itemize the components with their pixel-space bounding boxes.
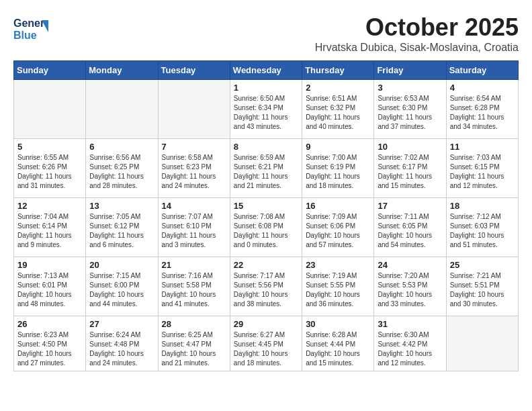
calendar-cell: 31Sunrise: 6:30 AM Sunset: 4:42 PM Dayli… (374, 316, 446, 371)
day-number: 6 (89, 142, 154, 152)
day-info: Sunrise: 6:50 AM Sunset: 6:34 PM Dayligh… (234, 94, 298, 132)
day-number: 17 (378, 201, 442, 211)
day-info: Sunrise: 7:21 AM Sunset: 5:51 PM Dayligh… (450, 271, 515, 309)
calendar-cell: 6Sunrise: 6:56 AM Sunset: 6:25 PM Daylig… (86, 139, 158, 198)
day-number: 13 (89, 201, 154, 211)
calendar-cell: 28Sunrise: 6:25 AM Sunset: 4:47 PM Dayli… (158, 316, 230, 371)
day-info: Sunrise: 7:17 AM Sunset: 5:56 PM Dayligh… (234, 271, 298, 309)
calendar-week-2: 5Sunrise: 6:55 AM Sunset: 6:26 PM Daylig… (14, 139, 519, 198)
title-block: October 2025 Hrvatska Dubica, Sisak-Mosl… (315, 13, 519, 54)
calendar-cell: 7Sunrise: 6:58 AM Sunset: 6:23 PM Daylig… (158, 139, 230, 198)
calendar-cell: 17Sunrise: 7:11 AM Sunset: 6:05 PM Dayli… (374, 198, 446, 257)
calendar-cell: 20Sunrise: 7:15 AM Sunset: 6:00 PM Dayli… (86, 257, 158, 316)
day-info: Sunrise: 7:00 AM Sunset: 6:19 PM Dayligh… (306, 153, 370, 191)
weekday-header-friday: Friday (374, 61, 446, 80)
calendar-cell (14, 80, 86, 139)
day-number: 30 (306, 319, 370, 329)
day-info: Sunrise: 6:55 AM Sunset: 6:26 PM Dayligh… (17, 153, 82, 191)
calendar-cell: 13Sunrise: 7:05 AM Sunset: 6:12 PM Dayli… (86, 198, 158, 257)
location-title: Hrvatska Dubica, Sisak-Moslavina, Croati… (315, 42, 519, 54)
day-info: Sunrise: 7:19 AM Sunset: 5:55 PM Dayligh… (306, 271, 370, 309)
day-info: Sunrise: 7:13 AM Sunset: 6:01 PM Dayligh… (17, 271, 82, 309)
day-info: Sunrise: 7:20 AM Sunset: 5:53 PM Dayligh… (378, 271, 442, 309)
day-number: 11 (450, 142, 515, 152)
weekday-header-wednesday: Wednesday (230, 61, 302, 80)
day-number: 8 (234, 142, 298, 152)
day-number: 24 (378, 260, 442, 270)
logo-icon: General Blue (13, 13, 48, 43)
day-info: Sunrise: 7:15 AM Sunset: 6:00 PM Dayligh… (89, 271, 154, 309)
calendar-cell: 5Sunrise: 6:55 AM Sunset: 6:26 PM Daylig… (14, 139, 86, 198)
logo: General Blue (13, 13, 50, 43)
calendar-cell: 26Sunrise: 6:23 AM Sunset: 4:50 PM Dayli… (14, 316, 86, 371)
day-number: 22 (234, 260, 298, 270)
calendar-cell (86, 80, 158, 139)
calendar-cell: 11Sunrise: 7:03 AM Sunset: 6:15 PM Dayli… (446, 139, 518, 198)
calendar-table: SundayMondayTuesdayWednesdayThursdayFrid… (13, 60, 519, 371)
calendar-cell: 18Sunrise: 7:12 AM Sunset: 6:03 PM Dayli… (446, 198, 518, 257)
day-number: 14 (162, 201, 226, 211)
day-number: 10 (378, 142, 442, 152)
calendar-cell: 8Sunrise: 6:59 AM Sunset: 6:21 PM Daylig… (230, 139, 302, 198)
day-number: 15 (234, 201, 298, 211)
calendar-cell: 9Sunrise: 7:00 AM Sunset: 6:19 PM Daylig… (302, 139, 374, 198)
day-info: Sunrise: 7:05 AM Sunset: 6:12 PM Dayligh… (89, 212, 154, 250)
day-number: 3 (378, 83, 442, 93)
weekday-header-saturday: Saturday (446, 61, 518, 80)
weekday-header-thursday: Thursday (302, 61, 374, 80)
calendar-week-4: 19Sunrise: 7:13 AM Sunset: 6:01 PM Dayli… (14, 257, 519, 316)
calendar-week-1: 1Sunrise: 6:50 AM Sunset: 6:34 PM Daylig… (14, 80, 519, 139)
day-number: 21 (162, 260, 226, 270)
calendar-cell (446, 316, 518, 371)
weekday-header-tuesday: Tuesday (158, 61, 230, 80)
day-info: Sunrise: 6:27 AM Sunset: 4:45 PM Dayligh… (234, 330, 298, 368)
day-info: Sunrise: 7:02 AM Sunset: 6:17 PM Dayligh… (378, 153, 442, 191)
day-info: Sunrise: 7:07 AM Sunset: 6:10 PM Dayligh… (162, 212, 226, 250)
svg-text:Blue: Blue (13, 30, 37, 41)
month-title: October 2025 (315, 13, 519, 42)
svg-text:General: General (13, 17, 48, 29)
day-info: Sunrise: 6:24 AM Sunset: 4:48 PM Dayligh… (89, 330, 154, 368)
calendar-cell: 22Sunrise: 7:17 AM Sunset: 5:56 PM Dayli… (230, 257, 302, 316)
day-info: Sunrise: 7:09 AM Sunset: 6:06 PM Dayligh… (306, 212, 370, 250)
day-info: Sunrise: 6:53 AM Sunset: 6:30 PM Dayligh… (378, 94, 442, 132)
day-info: Sunrise: 6:23 AM Sunset: 4:50 PM Dayligh… (17, 330, 82, 368)
calendar-cell: 14Sunrise: 7:07 AM Sunset: 6:10 PM Dayli… (158, 198, 230, 257)
calendar-cell: 4Sunrise: 6:54 AM Sunset: 6:28 PM Daylig… (446, 80, 518, 139)
day-number: 4 (450, 83, 515, 93)
day-info: Sunrise: 7:12 AM Sunset: 6:03 PM Dayligh… (450, 212, 515, 250)
day-info: Sunrise: 7:16 AM Sunset: 5:58 PM Dayligh… (162, 271, 226, 309)
calendar-cell (158, 80, 230, 139)
day-number: 20 (89, 260, 154, 270)
page-header: General Blue October 2025 Hrvatska Dubic… (13, 13, 519, 54)
calendar-cell: 30Sunrise: 6:28 AM Sunset: 4:44 PM Dayli… (302, 316, 374, 371)
calendar-cell: 2Sunrise: 6:51 AM Sunset: 6:32 PM Daylig… (302, 80, 374, 139)
calendar-cell: 19Sunrise: 7:13 AM Sunset: 6:01 PM Dayli… (14, 257, 86, 316)
calendar-cell: 29Sunrise: 6:27 AM Sunset: 4:45 PM Dayli… (230, 316, 302, 371)
calendar-cell: 10Sunrise: 7:02 AM Sunset: 6:17 PM Dayli… (374, 139, 446, 198)
weekday-header-monday: Monday (86, 61, 158, 80)
day-number: 16 (306, 201, 370, 211)
day-number: 18 (450, 201, 515, 211)
calendar-cell: 21Sunrise: 7:16 AM Sunset: 5:58 PM Dayli… (158, 257, 230, 316)
day-info: Sunrise: 6:58 AM Sunset: 6:23 PM Dayligh… (162, 153, 226, 191)
calendar-week-5: 26Sunrise: 6:23 AM Sunset: 4:50 PM Dayli… (14, 316, 519, 371)
day-number: 25 (450, 260, 515, 270)
day-number: 19 (17, 260, 82, 270)
day-number: 31 (378, 319, 442, 329)
calendar-cell: 23Sunrise: 7:19 AM Sunset: 5:55 PM Dayli… (302, 257, 374, 316)
day-number: 5 (17, 142, 82, 152)
day-info: Sunrise: 7:03 AM Sunset: 6:15 PM Dayligh… (450, 153, 515, 191)
calendar-cell: 3Sunrise: 6:53 AM Sunset: 6:30 PM Daylig… (374, 80, 446, 139)
day-info: Sunrise: 6:56 AM Sunset: 6:25 PM Dayligh… (89, 153, 154, 191)
day-info: Sunrise: 6:25 AM Sunset: 4:47 PM Dayligh… (162, 330, 226, 368)
calendar-cell: 24Sunrise: 7:20 AM Sunset: 5:53 PM Dayli… (374, 257, 446, 316)
day-info: Sunrise: 6:30 AM Sunset: 4:42 PM Dayligh… (378, 330, 442, 368)
calendar-cell: 27Sunrise: 6:24 AM Sunset: 4:48 PM Dayli… (86, 316, 158, 371)
weekday-header-row: SundayMondayTuesdayWednesdayThursdayFrid… (14, 61, 519, 80)
calendar-cell: 15Sunrise: 7:08 AM Sunset: 6:08 PM Dayli… (230, 198, 302, 257)
calendar-cell: 12Sunrise: 7:04 AM Sunset: 6:14 PM Dayli… (14, 198, 86, 257)
day-number: 12 (17, 201, 82, 211)
day-info: Sunrise: 7:04 AM Sunset: 6:14 PM Dayligh… (17, 212, 82, 250)
calendar-cell: 16Sunrise: 7:09 AM Sunset: 6:06 PM Dayli… (302, 198, 374, 257)
